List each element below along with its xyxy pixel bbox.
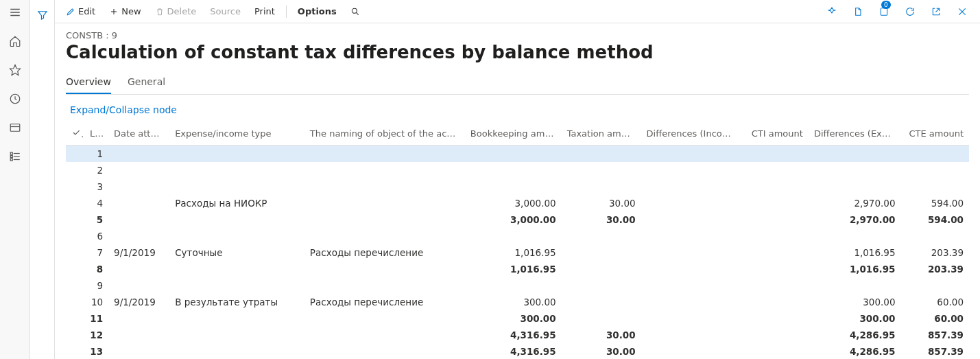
cell-type bbox=[169, 162, 304, 178]
toolbar-separator bbox=[286, 5, 287, 18]
filter-icon[interactable] bbox=[30, 5, 54, 25]
table-row[interactable]: 3 bbox=[66, 178, 969, 195]
col-cte[interactable]: CTE amount bbox=[901, 124, 970, 146]
col-select[interactable] bbox=[66, 124, 84, 146]
table-row[interactable]: 134,316.9530.004,286.95857.39 bbox=[66, 343, 969, 359]
cell-select bbox=[66, 244, 84, 261]
cell-diff-income bbox=[641, 294, 741, 310]
cell-taxation: 30.00 bbox=[562, 211, 641, 228]
attachments-icon[interactable] bbox=[848, 2, 868, 21]
new-button[interactable]: New bbox=[104, 3, 146, 19]
cell-diff-income bbox=[641, 211, 741, 228]
cell-select bbox=[66, 228, 84, 244]
cell-type: В результате утраты bbox=[169, 294, 304, 310]
cell-date bbox=[108, 327, 169, 343]
col-line[interactable]: Li... bbox=[84, 124, 108, 146]
cell-naming bbox=[304, 277, 465, 294]
table-row[interactable]: 11300.00300.0060.00 bbox=[66, 310, 969, 327]
options-button[interactable]: Options bbox=[292, 3, 342, 19]
cell-diff-income bbox=[641, 310, 741, 327]
cell-cte: 594.00 bbox=[901, 195, 970, 211]
cell-naming bbox=[304, 343, 465, 359]
star-icon[interactable] bbox=[1, 60, 29, 80]
personalize-icon[interactable] bbox=[822, 2, 841, 21]
col-cti[interactable]: CTI amount bbox=[741, 124, 809, 146]
modules-icon[interactable] bbox=[1, 147, 29, 166]
svg-rect-17 bbox=[881, 8, 887, 15]
cell-date: 9/1/2019 bbox=[108, 244, 169, 261]
cell-line: 2 bbox=[84, 162, 108, 178]
table-row[interactable]: 2 bbox=[66, 162, 969, 178]
cell-diff-expense bbox=[809, 178, 901, 195]
expand-collapse-link[interactable]: Expand/Collapse node bbox=[66, 102, 181, 118]
cell-date bbox=[108, 310, 169, 327]
cell-taxation bbox=[562, 244, 641, 261]
cell-date bbox=[108, 211, 169, 228]
cell-type bbox=[169, 343, 304, 359]
cell-cti bbox=[741, 261, 809, 277]
cell-cte: 60.00 bbox=[901, 294, 970, 310]
col-naming[interactable]: The naming of object of the account bbox=[304, 124, 465, 146]
close-icon[interactable] bbox=[953, 2, 972, 21]
col-bookkeeping[interactable]: Bookkeeping amount bbox=[465, 124, 562, 146]
cell-diff-expense: 2,970.00 bbox=[809, 195, 901, 211]
home-icon[interactable] bbox=[1, 32, 29, 51]
table-row[interactable]: 79/1/2019СуточныеРасходы перечисление1,0… bbox=[66, 244, 969, 261]
table-row[interactable]: 9 bbox=[66, 277, 969, 294]
cell-cte bbox=[901, 277, 970, 294]
cell-bookkeeping: 300.00 bbox=[465, 294, 562, 310]
page-title: Calculation of constant tax differences … bbox=[66, 42, 969, 62]
tab-overview[interactable]: Overview bbox=[66, 72, 111, 94]
cell-taxation bbox=[562, 178, 641, 195]
cell-bookkeeping: 300.00 bbox=[465, 310, 562, 327]
cell-naming bbox=[304, 178, 465, 195]
cell-taxation: 30.00 bbox=[562, 195, 641, 211]
col-diff-expense[interactable]: Differences (Expense) bbox=[809, 124, 901, 146]
refresh-icon[interactable] bbox=[900, 2, 920, 21]
table-row[interactable]: 1 bbox=[66, 146, 969, 163]
print-button[interactable]: Print bbox=[249, 3, 280, 19]
cell-bookkeeping bbox=[465, 228, 562, 244]
cell-naming bbox=[304, 327, 465, 343]
table-row[interactable]: 53,000.0030.002,970.00594.00 bbox=[66, 211, 969, 228]
recent-icon[interactable] bbox=[1, 89, 29, 108]
hamburger-icon[interactable] bbox=[1, 3, 29, 22]
edit-button[interactable]: Edit bbox=[60, 3, 101, 19]
table-body: 1234Расходы на НИОКР3,000.0030.002,970.0… bbox=[66, 146, 969, 360]
col-diff-income[interactable]: Differences (Income) bbox=[641, 124, 741, 146]
cell-type bbox=[169, 178, 304, 195]
cell-select bbox=[66, 327, 84, 343]
cell-cti bbox=[741, 277, 809, 294]
table-row[interactable]: 6 bbox=[66, 228, 969, 244]
notification-count: 0 bbox=[881, 1, 891, 9]
cell-diff-income bbox=[641, 162, 741, 178]
cell-type bbox=[169, 310, 304, 327]
cell-taxation bbox=[562, 261, 641, 277]
new-label: New bbox=[121, 6, 141, 16]
cell-naming bbox=[304, 261, 465, 277]
table-row[interactable]: 4Расходы на НИОКР3,000.0030.002,970.0059… bbox=[66, 195, 969, 211]
table-row[interactable]: 124,316.9530.004,286.95857.39 bbox=[66, 327, 969, 343]
table-row[interactable]: 81,016.951,016.95203.39 bbox=[66, 261, 969, 277]
table-row[interactable]: 109/1/2019В результате утратыРасходы пер… bbox=[66, 294, 969, 310]
cell-taxation: 30.00 bbox=[562, 327, 641, 343]
cell-cti bbox=[741, 327, 809, 343]
col-date[interactable]: Date attached bbox=[108, 124, 169, 146]
cell-cte bbox=[901, 178, 970, 195]
cell-diff-expense bbox=[809, 146, 901, 163]
cell-type bbox=[169, 211, 304, 228]
cell-cte bbox=[901, 146, 970, 163]
col-taxation[interactable]: Taxation amount bbox=[562, 124, 641, 146]
cell-type: Суточные bbox=[169, 244, 304, 261]
cell-line: 8 bbox=[84, 261, 108, 277]
col-type[interactable]: Expense/income type bbox=[169, 124, 304, 146]
workspace-icon[interactable] bbox=[1, 118, 29, 137]
cell-taxation bbox=[562, 146, 641, 163]
cell-diff-expense bbox=[809, 228, 901, 244]
popout-icon[interactable] bbox=[927, 2, 946, 21]
cell-naming bbox=[304, 310, 465, 327]
cell-select bbox=[66, 277, 84, 294]
notifications-icon[interactable]: 0 bbox=[874, 2, 894, 21]
search-button[interactable] bbox=[345, 4, 366, 19]
tab-general[interactable]: General bbox=[128, 72, 165, 94]
